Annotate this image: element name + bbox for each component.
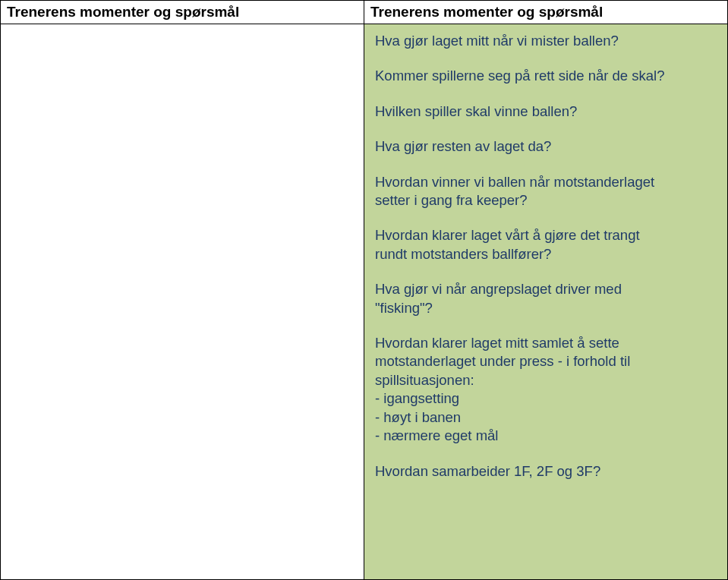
header-row: Trenerens momenter og spørsmål Trenerens…: [1, 1, 728, 24]
question-text: Hvordan klarer laget mitt samlet å sette: [375, 335, 619, 351]
question-text: Hvordan samarbeider 1F, 2F og 3F?: [375, 463, 600, 479]
question-block: Hvordan klarer laget vårt å gjøre det tr…: [375, 226, 717, 263]
question-text: Kommer spillerne seg på rett side når de…: [375, 68, 665, 84]
left-cell: [1, 24, 364, 580]
question-block: Hva gjør vi når angrepslaget driver med …: [375, 280, 717, 317]
header-left: Trenerens momenter og spørsmål: [1, 1, 364, 24]
content-table: Trenerens momenter og spørsmål Trenerens…: [0, 0, 728, 580]
question-text: "fisking"?: [375, 300, 433, 316]
question-bullet: - høyt i banen: [375, 409, 461, 425]
question-block: Kommer spillerne seg på rett side når de…: [375, 67, 717, 85]
question-bullet: - igangsetting: [375, 390, 459, 406]
question-text: setter i gang fra keeper?: [375, 192, 528, 208]
right-cell: Hva gjør laget mitt når vi mister ballen…: [364, 24, 728, 580]
question-block: Hvordan klarer laget mitt samlet å sette…: [375, 334, 717, 445]
header-right: Trenerens momenter og spørsmål: [364, 1, 728, 24]
question-block: Hvordan samarbeider 1F, 2F og 3F?: [375, 462, 717, 481]
question-text: Hva gjør resten av laget da?: [375, 138, 551, 154]
question-text: Hvilken spiller skal vinne ballen?: [375, 103, 577, 119]
body-row: Hva gjør laget mitt når vi mister ballen…: [1, 24, 728, 580]
question-text: Hva gjør laget mitt når vi mister ballen…: [375, 33, 619, 49]
question-block: Hvilken spiller skal vinne ballen?: [375, 102, 717, 121]
question-text: Hva gjør vi når angrepslaget driver med: [375, 281, 622, 297]
question-text: Hvordan klarer laget vårt å gjøre det tr…: [375, 227, 640, 243]
question-text: motstanderlaget under press - i forhold …: [375, 353, 630, 369]
question-block: Hva gjør resten av laget da?: [375, 137, 717, 156]
question-bullet: - nærmere eget mål: [375, 427, 498, 443]
question-block: Hva gjør laget mitt når vi mister ballen…: [375, 32, 717, 50]
question-text: rundt motstanders ballfører?: [375, 246, 551, 262]
question-text: spillsituasjonen:: [375, 372, 474, 388]
question-text: Hvordan vinner vi ballen når motstanderl…: [375, 174, 654, 190]
document-page: Trenerens momenter og spørsmål Trenerens…: [0, 0, 728, 580]
question-block: Hvordan vinner vi ballen når motstanderl…: [375, 173, 717, 210]
